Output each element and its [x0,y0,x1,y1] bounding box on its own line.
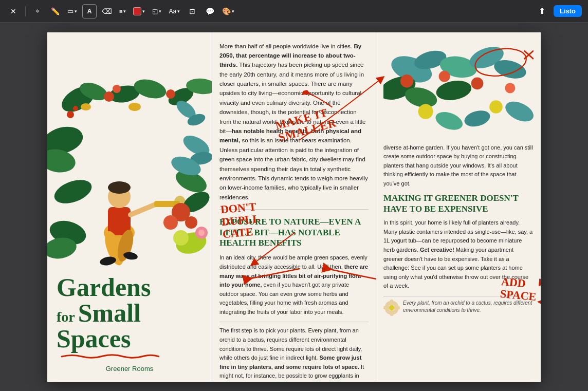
middle-body-text: In an ideal city, there would be ample g… [219,253,369,316]
aspect-tool[interactable]: ⊡ [185,4,199,18]
flower-caption-icon [383,300,400,316]
svg-point-9 [104,91,114,102]
svg-point-56 [439,70,450,82]
svg-point-12 [128,103,141,111]
fill-tool[interactable]: ▾ [131,6,147,16]
shape-tool[interactable]: ▭ ▾ [65,6,79,16]
svg-point-15 [73,106,78,111]
main-title-spaces: Spaces [57,326,203,351]
svg-point-13 [81,103,91,110]
svg-point-10 [113,85,121,93]
caption-text: Every plant, from an orchid to a cactus,… [403,300,534,314]
svg-point-23 [108,181,131,194]
toolbar: ✕ ⌖ ✏️ ▭ ▾ A ⌫ ≡ ▾ ▾ ◱ ▾ Aa ▾ ⊡ 💬 🎨 ▾ ⬆ … [0,0,588,23]
svg-point-11 [166,89,175,99]
svg-point-57 [471,77,484,89]
share-button[interactable]: ⬆ [535,4,549,18]
dont-duplicate-annotation: DON'TDUPLI-CATE [220,200,262,240]
middle-column: More than half of all people worldwide l… [212,32,376,382]
lasso-tool[interactable]: ⌖ [30,4,45,18]
mask-icon: ◱ [152,8,158,15]
right-column: diverse at-home garden. If you haven't g… [376,32,541,382]
add-space-annotation: ADDSPACE [500,275,538,303]
svg-point-60 [489,100,503,114]
title-area: Gardens for Small Spaces Greener Rooms [47,268,212,382]
comment-tool[interactable]: 💬 [203,4,217,18]
stroke-icon: ≡ [119,8,122,14]
svg-point-39 [173,230,189,246]
magazine-page: Gardens for Small Spaces Greener Rooms M… [47,32,541,382]
eraser-tool[interactable]: ⌫ [100,4,114,18]
right-col-illustration [383,42,534,139]
svg-point-14 [67,111,74,118]
subtitle: Greener Rooms [57,365,203,373]
main-area: Gardens for Small Spaces Greener Rooms M… [0,23,588,391]
markup-tool[interactable]: ✏️ [48,4,62,18]
mask-arrow: ▾ [159,9,161,14]
color-icon: 🎨 [222,7,231,15]
left-column: Gardens for Small Spaces Greener Rooms [47,32,212,382]
svg-point-36 [163,215,178,230]
font-arrow: ▾ [177,9,180,14]
main-title-gardens: Gardens [57,274,203,300]
toolbar-right: ⬆ Listo [535,4,582,18]
font-tool[interactable]: Aa ▾ [167,7,182,16]
shape-arrow: ▾ [75,9,77,14]
font-icon: Aa [169,8,176,15]
fill-arrow: ▾ [142,9,145,14]
main-title-small: Small [78,300,141,326]
stroke-arrow: ▾ [123,9,126,14]
shape-icon: ▭ [67,7,74,15]
right-heading: MAKING IT GREENER DOESN'T HAVE TO BE EXP… [383,193,534,214]
color-arrow: ▾ [232,9,234,14]
title-for: for [57,309,75,325]
right-top-body: diverse at-home garden. If you haven't g… [383,143,534,189]
scribble-decoration [57,352,159,359]
color-tool[interactable]: 🎨 ▾ [220,6,236,16]
fill-icon [133,7,141,15]
separator [25,6,26,16]
close-button[interactable]: ✕ [6,4,21,18]
text-tool[interactable]: A [82,4,97,18]
svg-point-59 [418,104,433,119]
svg-point-43 [198,230,205,236]
svg-point-58 [505,83,515,93]
column-divider-2 [219,322,369,322]
done-button[interactable]: Listo [554,5,582,17]
stroke-tool[interactable]: ≡ ▾ [117,7,128,15]
svg-point-37 [185,216,197,229]
svg-point-55 [400,74,414,87]
plants-body-text: The first step is to pick your plants. E… [219,326,369,381]
mask-tool[interactable]: ◱ ▾ [150,7,163,16]
svg-point-76 [389,305,394,310]
